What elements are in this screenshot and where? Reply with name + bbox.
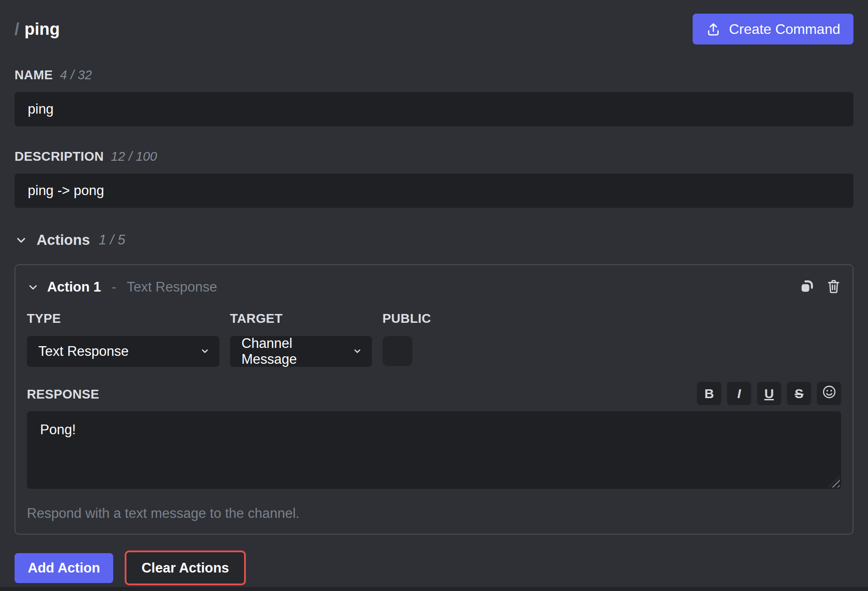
target-label: TARGET (230, 311, 372, 326)
action-card: Action 1 - Text Response (15, 264, 853, 535)
trash-icon (826, 279, 841, 295)
page-header: / ping Create Command (15, 13, 853, 45)
public-field: PUBLIC (382, 311, 431, 367)
response-label: RESPONSE (27, 387, 99, 402)
description-label: DESCRIPTION (15, 149, 104, 164)
actions-section-counter: 1 / 5 (99, 232, 125, 248)
action-subtitle: Text Response (127, 279, 217, 295)
description-label-row: DESCRIPTION 12 / 100 (15, 149, 853, 164)
action-collapse-toggle[interactable]: Action 1 - Text Response (27, 279, 217, 295)
underline-button[interactable]: U (757, 382, 781, 405)
name-input[interactable] (15, 92, 853, 126)
response-textarea[interactable]: Pong! (27, 411, 841, 489)
name-counter: 4 / 32 (60, 68, 92, 82)
command-slash-prefix: / (15, 20, 19, 39)
copy-icon (799, 278, 815, 296)
create-command-button[interactable]: Create Command (693, 14, 853, 44)
command-editor-page: / ping Create Command NAME 4 / 32 DESCRI… (0, 0, 868, 591)
add-action-button[interactable]: Add Action (15, 553, 113, 583)
type-select[interactable]: Text Response (27, 336, 219, 367)
page-title: / ping (15, 20, 60, 39)
chevron-down-icon (352, 344, 362, 359)
target-field: TARGET Channel Message (230, 311, 372, 367)
chevron-down-icon (200, 344, 210, 359)
public-label: PUBLIC (382, 311, 431, 326)
type-select-value: Text Response (38, 344, 129, 359)
strikethrough-button[interactable]: S (787, 382, 811, 405)
public-checkbox[interactable] (382, 336, 412, 366)
actions-section-label: Actions (37, 232, 90, 248)
name-label: NAME (15, 68, 53, 82)
response-header: RESPONSE B I U S (27, 382, 841, 405)
type-field: TYPE Text Response (27, 311, 219, 367)
action-header: Action 1 - Text Response (27, 278, 841, 296)
bold-button[interactable]: B (697, 382, 721, 405)
action-title: Action 1 (47, 279, 101, 295)
emoji-button[interactable] (817, 382, 841, 405)
create-command-label: Create Command (729, 21, 840, 37)
type-label: TYPE (27, 311, 219, 326)
response-textarea-wrap: Pong! (27, 411, 841, 489)
format-toolbar: B I U S (697, 382, 841, 405)
duplicate-action-button[interactable] (799, 278, 815, 296)
name-label-row: NAME 4 / 32 (15, 68, 853, 82)
chevron-down-icon (15, 233, 28, 247)
upload-icon (706, 22, 721, 37)
italic-button[interactable]: I (727, 382, 751, 405)
target-select-value: Channel Message (241, 336, 345, 367)
target-select[interactable]: Channel Message (230, 336, 372, 367)
action-controls-row: TYPE Text Response TARGET Channel Messag… (27, 311, 841, 367)
smiley-icon (821, 384, 837, 403)
action-icon-buttons (799, 278, 841, 296)
bottom-edge-strip (0, 587, 868, 591)
action-helper-text: Respond with a text message to the chann… (27, 506, 841, 521)
chevron-down-icon (27, 281, 39, 293)
delete-action-button[interactable] (826, 279, 841, 295)
command-name-title: ping (25, 20, 60, 39)
actions-footer: Add Action Clear Actions (15, 550, 853, 585)
actions-section-toggle[interactable]: Actions 1 / 5 (15, 232, 125, 248)
clear-actions-button[interactable]: Clear Actions (125, 550, 246, 585)
description-counter: 12 / 100 (111, 149, 157, 164)
action-title-separator: - (111, 279, 116, 295)
description-input[interactable] (15, 174, 853, 208)
